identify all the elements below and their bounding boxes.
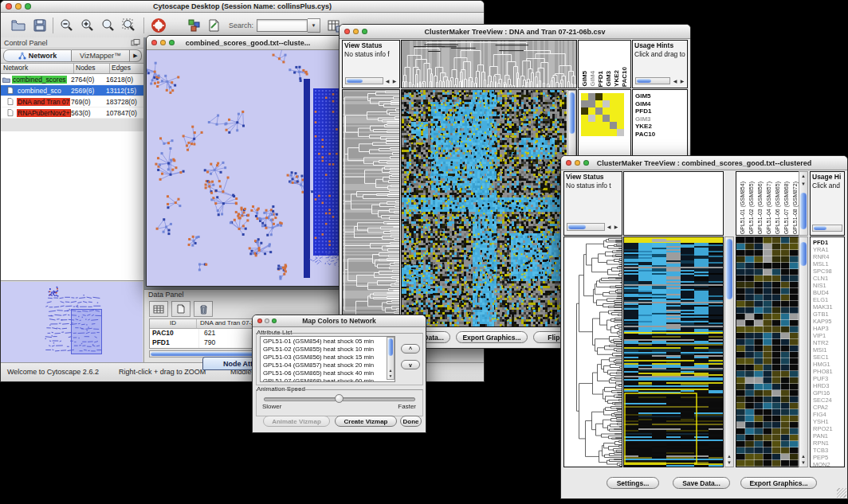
matrix-cell[interactable] <box>581 93 588 100</box>
tv2-heatmap-vscroll-thumb[interactable] <box>726 239 732 299</box>
gene-label[interactable]: KAP95 <box>813 318 844 325</box>
matrix-cell[interactable] <box>603 115 610 122</box>
search-input[interactable] <box>257 19 308 32</box>
matrix-cell[interactable] <box>603 107 610 115</box>
matrix-cell[interactable] <box>595 107 603 115</box>
maximize-button[interactable] <box>362 29 367 34</box>
tv2-save-data-button[interactable]: Save Data... <box>673 477 730 489</box>
gene-label[interactable]: YRA1 <box>813 246 844 253</box>
scroll-down-icon[interactable]: ▼ <box>387 373 395 378</box>
tv1-column-dendrogram-canvas[interactable] <box>402 41 576 88</box>
attribute-list-item[interactable]: GPL51-06 (GSM865) heat shock 40 min <box>263 369 395 377</box>
matrix-cell[interactable] <box>610 115 617 122</box>
tv2-zoom-vscroll-thumb[interactable] <box>800 242 807 266</box>
table-icon[interactable] <box>149 301 168 317</box>
minimize-button[interactable] <box>575 160 580 166</box>
gene-label[interactable]: GTB1 <box>813 311 844 318</box>
gene-label[interactable]: RNR4 <box>813 253 844 260</box>
gene-label[interactable]: PHO81 <box>813 368 844 375</box>
matrix-cell[interactable] <box>617 122 624 129</box>
tv2-usage-hscrollbar[interactable] <box>812 225 842 232</box>
gene-label[interactable]: SEC24 <box>813 397 844 404</box>
create-vizmap-button[interactable]: Create Vizmap <box>335 416 397 427</box>
tv1-row-label[interactable]: GIM5 <box>635 92 687 100</box>
tv1-column-label[interactable]: GIM5 <box>581 71 589 87</box>
attribute-list-vscroll-thumb[interactable] <box>388 338 393 356</box>
col-header-network[interactable]: Network <box>1 64 74 73</box>
tv1-usage-hscroll-thumb[interactable] <box>637 79 651 83</box>
gene-label[interactable]: BUD4 <box>813 289 844 296</box>
matrix-cell[interactable] <box>610 129 617 136</box>
tv2-settings-button[interactable]: Settings... <box>607 477 659 489</box>
help-ring-icon[interactable] <box>151 18 167 33</box>
animation-speed-slider[interactable] <box>264 397 415 401</box>
tv1-usage-hscrollbar[interactable] <box>635 77 670 84</box>
minimize-button[interactable] <box>15 3 22 10</box>
maximize-button[interactable] <box>272 318 277 323</box>
close-button[interactable] <box>6 3 12 10</box>
tv1-column-label[interactable]: PAC10 <box>621 67 629 87</box>
tv1-status-hscrollbar[interactable] <box>345 77 383 84</box>
close-button[interactable] <box>257 318 262 323</box>
save-icon[interactable] <box>33 18 47 33</box>
matrix-cell[interactable] <box>617 93 624 100</box>
matrix-cell[interactable] <box>595 93 603 100</box>
gene-label[interactable]: TCB3 <box>813 447 844 454</box>
network-list-row[interactable]: RNAPuberNov2+|563(0)107847(0) <box>1 107 143 119</box>
network-overview-canvas[interactable] <box>1 282 143 362</box>
matrix-cell[interactable] <box>581 122 588 129</box>
window-controls[interactable] <box>6 3 31 10</box>
gene-label[interactable]: PFD1 <box>813 239 844 246</box>
close-button[interactable] <box>566 160 571 166</box>
attribute-list-item[interactable]: GPL51-04 (GSM857) heat shock 20 min <box>263 361 395 369</box>
scroll-right-icon[interactable]: ▶ <box>678 79 686 84</box>
network-list-row[interactable]: combined_scores2764(0)16218(0) <box>1 74 143 85</box>
gene-label[interactable]: CLN1 <box>813 275 844 282</box>
scroll-up-icon[interactable]: ▲ <box>799 174 807 178</box>
network-title-bar[interactable]: combined_scores_good.txt--cluste... <box>147 36 349 50</box>
dp-col-id[interactable]: ID <box>150 319 197 328</box>
matrix-cell[interactable] <box>595 100 603 107</box>
move-down-button[interactable]: v <box>401 360 420 369</box>
tv1-similarity-matrix[interactable] <box>581 93 624 136</box>
tv1-status-hscroll-thumb[interactable] <box>347 79 363 83</box>
tv2-column-label[interactable]: GPL51-04 (GSM857) <box>764 182 773 234</box>
gene-label[interactable]: SEC1 <box>813 354 844 361</box>
matrix-cell[interactable] <box>617 107 624 115</box>
network-list-row[interactable]: DNA and Tran 07769(0)183728(0) <box>1 96 143 107</box>
tv2-column-label[interactable]: GPL51-01 (GSM854) <box>738 182 747 234</box>
scroll-up-icon[interactable]: ▲ <box>725 454 733 459</box>
gene-label[interactable]: RPO21 <box>813 425 844 432</box>
scroll-down-icon[interactable]: ▼ <box>799 460 807 465</box>
tv2-export-graphics-button[interactable]: Export Graphics... <box>740 477 817 489</box>
matrix-cell[interactable] <box>610 93 617 100</box>
tv2-labels-vscrollbar[interactable]: ▲ ▼ <box>799 171 808 236</box>
dialog-title-bar[interactable]: Map Colors to Network <box>253 315 426 327</box>
tv2-column-label[interactable]: GPL51-03 (GSM856) <box>756 182 764 234</box>
tv1-heatmap-canvas[interactable] <box>402 90 567 326</box>
tv2-row-dendrogram-canvas[interactable] <box>564 237 622 467</box>
zoom-fit-icon[interactable] <box>121 18 137 33</box>
new-doc-icon[interactable] <box>171 301 190 317</box>
scroll-down-icon[interactable]: ▼ <box>725 460 733 465</box>
matrix-cell[interactable] <box>617 129 624 136</box>
close-button[interactable] <box>151 40 157 45</box>
gene-label[interactable]: HMG1 <box>813 361 844 368</box>
matrix-cell[interactable] <box>581 100 588 107</box>
tv2-heatmap-canvas[interactable] <box>624 237 723 467</box>
matrix-cell[interactable] <box>617 115 624 122</box>
gene-label[interactable]: RPN1 <box>813 440 844 447</box>
gene-label[interactable]: MSI1 <box>813 346 844 354</box>
tv2-usage-hscroll-thumb[interactable] <box>814 226 826 230</box>
matrix-cell[interactable] <box>581 115 588 122</box>
maximize-button[interactable] <box>583 160 589 166</box>
scroll-up-icon[interactable]: ▲ <box>387 368 395 373</box>
attribute-list-item[interactable]: GPL51-02 (GSM855) heat shock 10 min <box>263 346 395 354</box>
tv2-column-label[interactable]: GPL51-07 (GSM868) <box>782 182 791 234</box>
tv1-column-label[interactable]: PFD1 <box>597 71 605 87</box>
minimize-button[interactable] <box>160 40 166 45</box>
minimize-button[interactable] <box>265 318 269 323</box>
matrix-cell[interactable] <box>588 107 595 115</box>
matrix-cell[interactable] <box>588 100 595 107</box>
treeview2-title-bar[interactable]: ClusterMaker TreeView : combined_scores_… <box>561 156 847 170</box>
